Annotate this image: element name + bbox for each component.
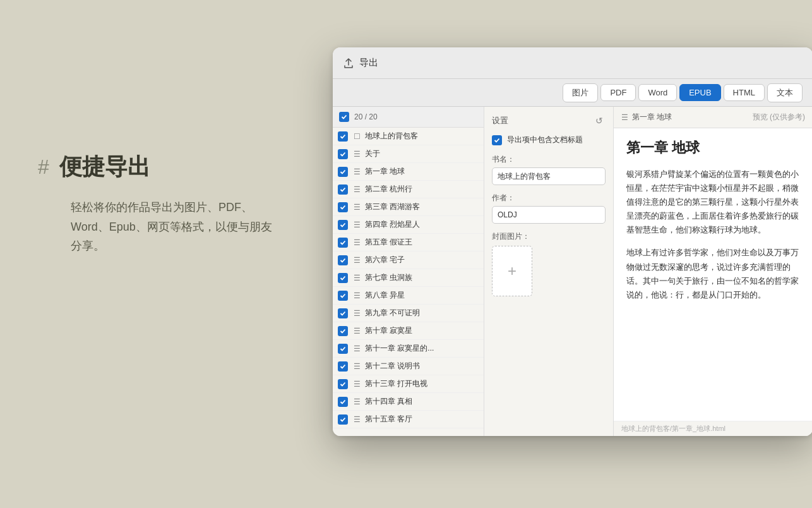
list-header: 20 / 20 bbox=[333, 107, 484, 128]
item-checkbox[interactable] bbox=[338, 255, 348, 265]
plus-icon: + bbox=[508, 263, 516, 279]
tab-html[interactable]: HTML bbox=[724, 84, 765, 101]
preview-header: ☰ 第一章 地球 预览 (仅供参考) bbox=[614, 107, 812, 128]
item-label: 第十章 寂寞星 bbox=[365, 325, 412, 336]
preview-heading: 第一章 地球 bbox=[626, 138, 800, 157]
select-all-check[interactable] bbox=[339, 112, 349, 122]
list-item[interactable]: ☰ 第十章 寂寞星 bbox=[333, 322, 484, 340]
list-item[interactable]: ☰ 第十五章 客厅 bbox=[333, 411, 484, 428]
list-item[interactable]: ☰ 第八章 异星 bbox=[333, 287, 484, 305]
item-checkbox[interactable] bbox=[338, 379, 348, 389]
item-label: 第一章 地球 bbox=[365, 166, 405, 177]
item-label: 第十二章 说明书 bbox=[365, 361, 420, 372]
item-label: 第九章 不可证明 bbox=[365, 308, 420, 318]
author-field: 作者： bbox=[492, 193, 606, 224]
preview-paragraph-1: 银河系猎户臂旋某个偏远的位置有一颗黄色的小恒星，在茫茫宇宙中这颗小恒星并不起眼，… bbox=[626, 167, 800, 237]
tab-epub[interactable]: EPUB bbox=[679, 84, 720, 101]
doc-icon: ☰ bbox=[352, 167, 362, 177]
count-label: 20 / 20 bbox=[354, 112, 378, 121]
tab-bar: 图片 PDF Word EPUB HTML 文本 bbox=[333, 79, 812, 107]
preview-content: 第一章 地球 银河系猎户臂旋某个偏远的位置有一颗黄色的小恒星，在茫茫宇宙中这颗小… bbox=[614, 128, 812, 421]
cover-field: 封面图片： + bbox=[492, 231, 606, 296]
item-checkbox[interactable] bbox=[338, 397, 348, 407]
preview-paragraph-2: 地球上有过许多哲学家，他们对生命以及万事万物做过无数深邃的思考，说过许多充满哲理… bbox=[626, 246, 800, 301]
tab-pdf[interactable]: PDF bbox=[600, 84, 636, 101]
item-checkbox[interactable] bbox=[338, 131, 348, 142]
cover-label: 封面图片： bbox=[492, 231, 606, 242]
tab-text[interactable]: 文本 bbox=[767, 83, 803, 102]
tab-word[interactable]: Word bbox=[638, 84, 677, 101]
item-checkbox[interactable] bbox=[338, 220, 348, 230]
list-panel: 20 / 20 ☐ 地球上的背包客 ☰ 关于 bbox=[333, 107, 484, 436]
doc-icon: ☰ bbox=[352, 202, 362, 212]
doc-icon: ☰ bbox=[352, 184, 362, 195]
item-checkbox[interactable] bbox=[338, 184, 348, 195]
list-item[interactable]: ☰ 第四章 烈焰星人 bbox=[333, 216, 484, 234]
list-item[interactable]: ☰ 第六章 宅子 bbox=[333, 251, 484, 269]
dialog-title: 导出 bbox=[359, 57, 378, 69]
item-label: 第三章 西湖游客 bbox=[365, 202, 420, 212]
list-item[interactable]: ☰ 关于 bbox=[333, 145, 484, 163]
item-checkbox[interactable] bbox=[338, 361, 348, 372]
list-item[interactable]: ☐ 地球上的背包客 bbox=[333, 128, 484, 145]
item-label: 第十五章 客厅 bbox=[365, 414, 412, 425]
item-checkbox[interactable] bbox=[338, 308, 348, 318]
item-checkbox[interactable] bbox=[338, 326, 348, 336]
settings-panel: 设置 ↺ 导出项中包含文档标题 书名： 作者： 封面图片： + bbox=[484, 107, 614, 436]
list-item[interactable]: ☰ 第五章 假证王 bbox=[333, 234, 484, 251]
doc-icon: ☰ bbox=[352, 397, 362, 407]
doc-icon: ☰ bbox=[352, 308, 362, 318]
list-item[interactable]: ☰ 第十二章 说明书 bbox=[333, 358, 484, 375]
author-input[interactable] bbox=[492, 206, 606, 224]
preview-label: 预览 (仅供参考) bbox=[753, 112, 805, 123]
item-label: 第五章 假证王 bbox=[365, 237, 412, 248]
list-item[interactable]: ☰ 第十四章 真相 bbox=[333, 393, 484, 411]
doc-icon: ☰ bbox=[352, 273, 362, 283]
item-checkbox[interactable] bbox=[338, 149, 348, 159]
list-item[interactable]: ☰ 第二章 杭州行 bbox=[333, 181, 484, 198]
list-item[interactable]: ☰ 第三章 西湖游客 bbox=[333, 198, 484, 216]
dialog-content: 20 / 20 ☐ 地球上的背包客 ☰ 关于 bbox=[333, 107, 812, 436]
description-text: 轻松将你的作品导出为图片、PDF、Word、Epub、网页等格式，以便与朋友分享… bbox=[38, 198, 278, 256]
include-title-checkbox[interactable] bbox=[492, 135, 502, 145]
doc-icon: ☰ bbox=[352, 238, 362, 248]
doc-icon: ☰ bbox=[352, 414, 362, 425]
item-label: 第十三章 打开电视 bbox=[365, 378, 427, 389]
item-checkbox[interactable] bbox=[338, 273, 348, 283]
doc-icon: ☰ bbox=[352, 344, 362, 354]
cover-upload-button[interactable]: + bbox=[492, 246, 532, 296]
include-title-row: 导出项中包含文档标题 bbox=[492, 135, 606, 145]
item-label: 第十一章 寂寞星的... bbox=[365, 343, 434, 354]
export-dialog: 导出 图片 PDF Word EPUB HTML 文本 20 / 20 bbox=[333, 47, 812, 436]
item-label: 地球上的背包客 bbox=[365, 131, 418, 142]
preview-chapter-label: 第一章 地球 bbox=[632, 112, 672, 123]
item-checkbox[interactable] bbox=[338, 414, 348, 425]
doc-icon: ☰ bbox=[352, 220, 362, 230]
doc-icon: ☰ bbox=[352, 326, 362, 336]
doc-icon: ☰ bbox=[352, 361, 362, 372]
reset-button[interactable]: ↺ bbox=[593, 114, 606, 127]
list-item[interactable]: ☰ 第一章 地球 bbox=[333, 163, 484, 181]
item-label: 第六章 宅子 bbox=[365, 255, 405, 265]
hashtag-icon: # bbox=[38, 155, 49, 179]
list-item[interactable]: ☰ 第九章 不可证明 bbox=[333, 305, 484, 322]
list-item[interactable]: ☰ 第十一章 寂寞星的... bbox=[333, 340, 484, 358]
book-name-input[interactable] bbox=[492, 167, 606, 185]
item-label: 关于 bbox=[365, 148, 380, 159]
preview-panel: ☰ 第一章 地球 预览 (仅供参考) 第一章 地球 银河系猎户臂旋某个偏远的位置… bbox=[614, 107, 812, 436]
item-checkbox[interactable] bbox=[338, 202, 348, 212]
share-icon bbox=[343, 57, 354, 69]
author-label: 作者： bbox=[492, 193, 606, 203]
list-item[interactable]: ☰ 第七章 虫洞族 bbox=[333, 269, 484, 287]
item-checkbox[interactable] bbox=[338, 238, 348, 248]
include-title-label: 导出项中包含文档标题 bbox=[507, 135, 583, 145]
item-checkbox[interactable] bbox=[338, 344, 348, 354]
doc-icon: ☰ bbox=[352, 379, 362, 389]
doc-icon: ☰ bbox=[352, 291, 362, 301]
list-item[interactable]: ☰ 第十三章 打开电视 bbox=[333, 375, 484, 393]
item-checkbox[interactable] bbox=[338, 167, 348, 177]
tab-image[interactable]: 图片 bbox=[563, 83, 598, 102]
left-panel: # 便捷导出 轻松将你的作品导出为图片、PDF、Word、Epub、网页等格式，… bbox=[38, 152, 278, 256]
item-label: 第二章 杭州行 bbox=[365, 184, 412, 195]
item-checkbox[interactable] bbox=[338, 291, 348, 301]
